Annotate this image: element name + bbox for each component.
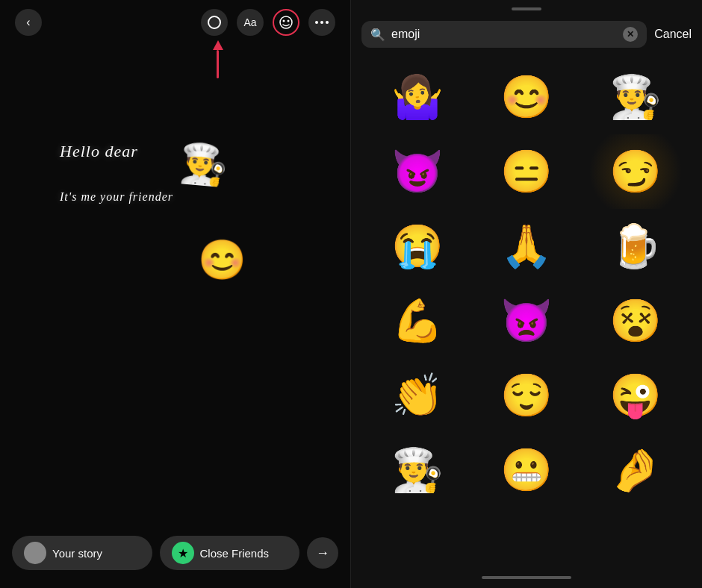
search-bar: 🔍 ✕ Cancel (351, 16, 702, 52)
top-bar: ‹ Aa (0, 0, 350, 45)
more-button[interactable] (308, 9, 335, 36)
emoji-cell[interactable]: 🤷‍♀️ (363, 60, 472, 134)
emoji-picker-panel: 🔍 ✕ Cancel 🤷‍♀️😊👨‍🍳😈😑😏😭🙏🍺💪👿😵👏😌😜👨‍🍳😬🤌 (351, 0, 702, 588)
emoji-cell[interactable]: 👨‍🍳 (581, 60, 690, 134)
arrow-indicator (213, 40, 223, 78)
emoji-cell[interactable]: 👿 (472, 284, 581, 358)
emoji-cell[interactable]: 😊 (472, 60, 581, 134)
svg-point-1 (280, 16, 292, 28)
top-icons: Aa (201, 9, 335, 36)
green-star-icon: ★ (172, 542, 194, 564)
svg-point-6 (326, 21, 329, 24)
send-icon: → (316, 545, 329, 561)
emoji-sticker-smile[interactable]: 😊 (198, 237, 246, 283)
svg-point-4 (315, 21, 318, 24)
bottom-indicator (482, 576, 571, 579)
emoji-cell[interactable]: 🙏 (472, 209, 581, 284)
emoji-cell[interactable]: 😭 (363, 209, 472, 284)
emoji-cell[interactable]: 👨‍🍳 (363, 433, 472, 507)
emoji-cell[interactable]: 😑 (472, 134, 581, 209)
send-button[interactable]: → (307, 537, 338, 569)
search-input[interactable] (391, 28, 617, 41)
story-editor-panel: ‹ Aa (0, 0, 351, 588)
story-text-hello[interactable]: Hello dear (60, 142, 138, 161)
svg-point-0 (208, 16, 220, 28)
emoji-cell[interactable]: 🍺 (581, 209, 690, 284)
emoji-cell[interactable]: 😜 (581, 358, 690, 433)
circle-button[interactable] (201, 9, 228, 36)
emoji-cell[interactable]: 🤌 (581, 433, 690, 507)
sticker-button[interactable] (273, 9, 299, 36)
avatar (24, 542, 46, 564)
arrow-head (213, 40, 223, 50)
search-wrapper: 🔍 ✕ (361, 21, 647, 48)
cancel-button[interactable]: Cancel (654, 28, 692, 41)
emoji-grid: 🤷‍♀️😊👨‍🍳😈😑😏😭🙏🍺💪👿😵👏😌😜👨‍🍳😬🤌 (351, 52, 702, 570)
svg-point-3 (288, 20, 290, 22)
emoji-cell[interactable]: 💪 (363, 284, 472, 358)
clear-button[interactable]: ✕ (623, 27, 638, 42)
emoji-cell[interactable]: 😬 (472, 433, 581, 507)
emoji-cell[interactable]: 😵 (581, 284, 690, 358)
emoji-cell[interactable]: 😏 (581, 134, 690, 209)
your-story-label: Your story (52, 547, 102, 560)
arrow-shaft (217, 50, 219, 78)
story-text-friender[interactable]: It's me your friender (60, 190, 173, 204)
text-icon: Aa (243, 16, 256, 28)
search-icon: 🔍 (370, 28, 385, 42)
text-button[interactable]: Aa (237, 9, 264, 36)
close-friends-label: Close Friends (200, 547, 270, 560)
emoji-sticker-chef[interactable]: 👨‍🍳 (177, 140, 229, 189)
emoji-cell[interactable]: 😈 (363, 134, 472, 209)
emoji-cell[interactable]: 👏 (363, 358, 472, 433)
bottom-bar: Your story ★ Close Friends → (0, 524, 350, 588)
close-friends-button[interactable]: ★ Close Friends (160, 536, 300, 570)
story-canvas: Hello dear 👨‍🍳 It's me your friender 😊 (0, 45, 350, 524)
back-button[interactable]: ‹ (15, 9, 42, 36)
drag-handle[interactable] (512, 7, 541, 10)
svg-point-5 (320, 21, 323, 24)
svg-point-2 (283, 20, 285, 22)
emoji-cell[interactable]: 😌 (472, 358, 581, 433)
your-story-button[interactable]: Your story (12, 536, 152, 570)
